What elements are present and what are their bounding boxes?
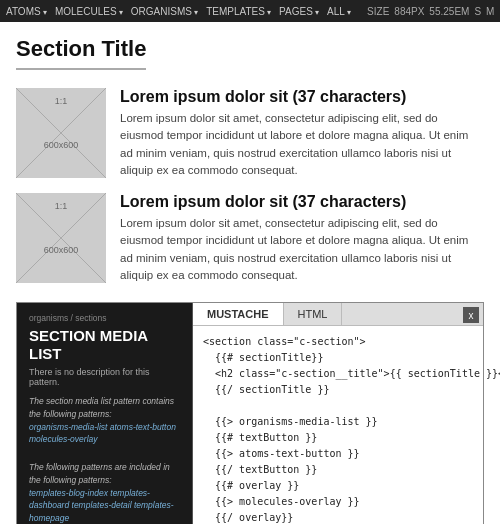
size-em[interactable]: 55.25EM: [429, 6, 469, 17]
media-item-1: 1:1 600x600 Lorem ipsum dolor sit (37 ch…: [16, 88, 484, 179]
size-s[interactable]: S: [474, 6, 481, 17]
overlay-right-panel: MUSTACHE HTML <section class="c-section"…: [192, 303, 483, 524]
pattern-included-info: The following patterns are included in t…: [29, 461, 180, 524]
media-item-2: 1:1 600x600 Lorem ipsum dolor sit (37 ch…: [16, 193, 484, 284]
media-text-1: Lorem ipsum dolor sit amet, consectetur …: [120, 110, 484, 179]
media-image-1: 1:1 600x600: [16, 88, 106, 178]
media-image-2: 1:1 600x600: [16, 193, 106, 283]
image-ratio-1: 1:1: [16, 96, 106, 106]
nav-organisms[interactable]: ORGANISMS: [131, 6, 198, 17]
nav-pages[interactable]: PAGES: [279, 6, 319, 17]
media-heading-2: Lorem ipsum dolor sit (37 characters): [120, 193, 484, 211]
top-navigation: ATOMS MOLECULES ORGANISMS TEMPLATES PAGE…: [0, 0, 500, 22]
size-label: SIZE: [367, 6, 389, 17]
pattern-contains-info: The section media list pattern contains …: [29, 395, 180, 446]
overlay-inner: organisms / sections SECTION MEDIA LIST …: [17, 303, 483, 524]
nav-all[interactable]: ALL: [327, 6, 351, 17]
image-size-2: 600x600: [16, 245, 106, 255]
image-ratio-2: 1:1: [16, 201, 106, 211]
pattern-included-label: The following patterns are included in t…: [29, 462, 170, 485]
close-button[interactable]: x: [463, 307, 479, 323]
tab-mustache[interactable]: MUSTACHE: [193, 303, 284, 325]
overlay-panel: organisms / sections SECTION MEDIA LIST …: [16, 302, 484, 524]
image-size-1: 600x600: [16, 140, 106, 150]
pattern-description: There is no description for this pattern…: [29, 367, 180, 387]
nav-atoms[interactable]: ATOMS: [6, 6, 47, 17]
main-content: Section Title 1:1 600x600 Lorem ipsum do…: [0, 22, 500, 524]
media-heading-1: Lorem ipsum dolor sit (37 characters): [120, 88, 484, 106]
size-controls: SIZE 884PX 55.25EM S M L FULL RAND DISCO: [367, 6, 500, 17]
nav-molecules[interactable]: MOLECULES: [55, 6, 123, 17]
media-body-2: Lorem ipsum dolor sit (37 characters) Lo…: [120, 193, 484, 284]
nav-templates[interactable]: TEMPLATES: [206, 6, 271, 17]
size-m[interactable]: M: [486, 6, 494, 17]
pattern-links-1[interactable]: organisms-media-list atoms-text-button m…: [29, 422, 176, 445]
pattern-links-2[interactable]: templates-blog-index templates-dashboard…: [29, 488, 174, 524]
pattern-breadcrumb: organisms / sections: [29, 313, 180, 323]
tab-html[interactable]: HTML: [284, 303, 343, 325]
media-body-1: Lorem ipsum dolor sit (37 characters) Lo…: [120, 88, 484, 179]
overlay-left-panel: organisms / sections SECTION MEDIA LIST …: [17, 303, 192, 524]
page-section-title: Section Title: [16, 36, 146, 70]
pattern-title: SECTION MEDIA LIST: [29, 327, 180, 363]
media-text-2: Lorem ipsum dolor sit amet, consectetur …: [120, 215, 484, 284]
overlay-tabs: MUSTACHE HTML: [193, 303, 483, 326]
overlay-code-block: <section class="c-section"> {{# sectionT…: [193, 326, 483, 524]
pattern-contains-label: The section media list pattern contains …: [29, 396, 174, 419]
size-px[interactable]: 884PX: [394, 6, 424, 17]
